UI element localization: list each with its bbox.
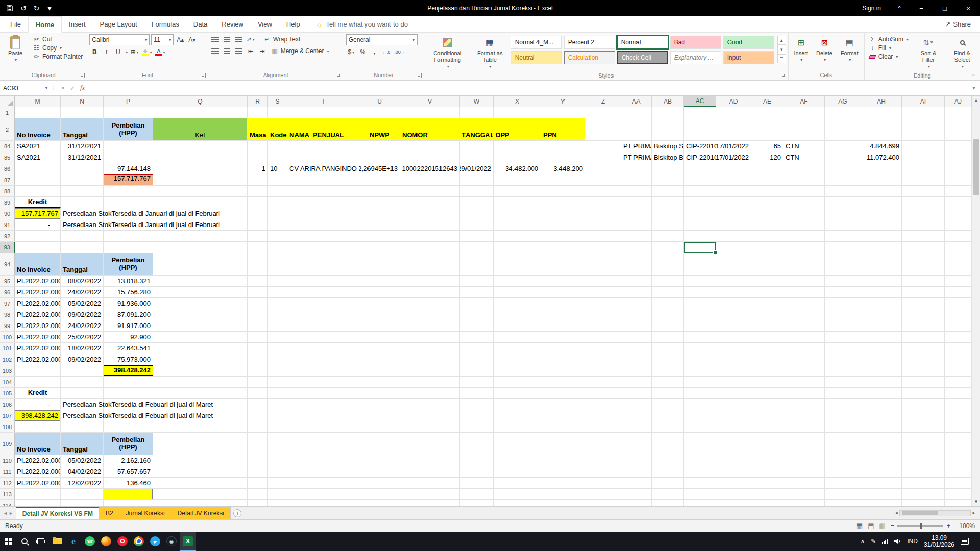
- cell-Y101[interactable]: [541, 343, 585, 354]
- number-format-combo[interactable]: General▾: [346, 34, 418, 45]
- cell-U98[interactable]: [359, 309, 400, 320]
- cell-U109[interactable]: [359, 433, 400, 455]
- cell-N101[interactable]: 18/02/2022: [61, 343, 104, 354]
- cell-AB101[interactable]: [652, 343, 684, 354]
- cell-AD111[interactable]: [716, 466, 751, 477]
- cell-AB92[interactable]: [652, 231, 684, 241]
- cell-T88[interactable]: [287, 186, 359, 196]
- cell-V106[interactable]: [400, 399, 460, 410]
- scroll-left-icon[interactable]: ◄: [894, 511, 898, 515]
- cell-AF102[interactable]: [783, 354, 825, 365]
- cell-Y111[interactable]: [541, 466, 585, 477]
- cell-M2[interactable]: No Invoice: [15, 118, 61, 140]
- save-icon[interactable]: [6, 5, 13, 12]
- cell-Q97[interactable]: [153, 298, 248, 309]
- cell-W104[interactable]: [460, 377, 494, 387]
- cell-AE85[interactable]: 120: [751, 152, 783, 163]
- cell-Q109[interactable]: [153, 433, 248, 455]
- cell-W2[interactable]: TANGGAL: [460, 118, 494, 140]
- cell-R112[interactable]: [248, 478, 268, 488]
- cell-AI107[interactable]: [902, 410, 945, 421]
- cell-N109[interactable]: Tanggal: [61, 433, 104, 455]
- cell-AI2[interactable]: [902, 118, 945, 140]
- cell-AJ87[interactable]: [945, 174, 972, 185]
- cell-AC104[interactable]: [684, 377, 716, 387]
- cell-S90[interactable]: [268, 208, 287, 219]
- ribbon-tab-view[interactable]: View: [251, 16, 279, 32]
- cell-AC111[interactable]: [684, 466, 716, 477]
- steam-taskbar-button[interactable]: ◉: [163, 532, 180, 551]
- cell-Y113[interactable]: [541, 489, 585, 499]
- cell-AH89[interactable]: [861, 197, 902, 208]
- italic-button[interactable]: I: [101, 47, 111, 57]
- cell-W87[interactable]: [460, 174, 494, 185]
- cell-AA105[interactable]: [621, 388, 652, 398]
- cell-AE112[interactable]: [751, 478, 783, 488]
- cell-M94[interactable]: No Invoice: [15, 253, 61, 275]
- collapse-ribbon-icon[interactable]: ^: [972, 73, 975, 79]
- cell-AJ102[interactable]: [945, 354, 972, 365]
- cell-AG105[interactable]: [825, 388, 861, 398]
- cell-AD107[interactable]: [716, 410, 751, 421]
- cell-V85[interactable]: [400, 152, 460, 163]
- cell-AI103[interactable]: [902, 365, 945, 376]
- cell-M103[interactable]: [15, 365, 61, 376]
- zoom-slider[interactable]: [897, 525, 943, 527]
- cell-AB89[interactable]: [652, 197, 684, 208]
- cell-AC112[interactable]: [684, 478, 716, 488]
- cell-AB110[interactable]: [652, 455, 684, 466]
- cell-R1[interactable]: [248, 107, 268, 118]
- row-header-85[interactable]: 85: [0, 152, 15, 163]
- cell-T2[interactable]: NAMA_PENJUAL: [287, 118, 359, 140]
- cell-AF114[interactable]: [783, 500, 825, 506]
- cell-AE2[interactable]: [751, 118, 783, 140]
- ribbon-tab-help[interactable]: Help: [279, 16, 307, 32]
- cell-AH114[interactable]: [861, 500, 902, 506]
- cancel-entry-icon[interactable]: ×: [61, 85, 65, 92]
- pen-icon[interactable]: ✎: [871, 538, 876, 545]
- cell-AF103[interactable]: [783, 365, 825, 376]
- cell-N84[interactable]: 31/12/2021: [61, 141, 104, 152]
- cell-M104[interactable]: [15, 377, 61, 387]
- chrome-taskbar-button[interactable]: [131, 532, 147, 551]
- cell-U114[interactable]: [359, 500, 400, 506]
- cell-AG107[interactable]: [825, 410, 861, 421]
- cell-Z91[interactable]: [585, 219, 621, 230]
- cell-style-percent-2[interactable]: Percent 2: [564, 36, 615, 49]
- cell-M1[interactable]: [15, 107, 61, 118]
- cell-AG98[interactable]: [825, 309, 861, 320]
- row-header-110[interactable]: 110: [0, 455, 15, 466]
- cell-W90[interactable]: [460, 208, 494, 219]
- cell-T95[interactable]: [287, 276, 359, 286]
- cell-Z110[interactable]: [585, 455, 621, 466]
- insert-function-icon[interactable]: fx: [80, 84, 85, 92]
- fill-button[interactable]: ↓Fill▾: [867, 44, 911, 52]
- cell-R2[interactable]: Masa: [248, 118, 268, 140]
- cell-W98[interactable]: [460, 309, 494, 320]
- cell-Y87[interactable]: [541, 174, 585, 185]
- cell-R100[interactable]: [248, 332, 268, 342]
- cell-M90[interactable]: 157.717.767: [15, 208, 61, 219]
- cell-Q2[interactable]: Ket: [153, 118, 248, 140]
- cell-AF98[interactable]: [783, 309, 825, 320]
- cell-AH97[interactable]: [861, 298, 902, 309]
- cell-W1[interactable]: [460, 107, 494, 118]
- cell-V105[interactable]: [400, 388, 460, 398]
- cell-N105[interactable]: [61, 388, 104, 398]
- cell-M105[interactable]: Kredit: [15, 388, 61, 398]
- cell-N113[interactable]: [61, 489, 104, 499]
- cell-W93[interactable]: [460, 242, 494, 253]
- cell-R108[interactable]: [248, 421, 268, 432]
- cell-M99[interactable]: PI.2022.02.00044: [15, 320, 61, 331]
- cell-X89[interactable]: [494, 197, 541, 208]
- insert-cells-button[interactable]: ⊞ Insert ▾: [791, 34, 812, 65]
- cell-AE110[interactable]: [751, 455, 783, 466]
- cell-Y94[interactable]: [541, 253, 585, 275]
- cell-Y95[interactable]: [541, 276, 585, 286]
- cell-AD92[interactable]: [716, 231, 751, 241]
- cell-S91[interactable]: [268, 219, 287, 230]
- cell-AI105[interactable]: [902, 388, 945, 398]
- cell-X96[interactable]: [494, 287, 541, 297]
- cell-T96[interactable]: [287, 287, 359, 297]
- cell-U2[interactable]: NPWP: [359, 118, 400, 140]
